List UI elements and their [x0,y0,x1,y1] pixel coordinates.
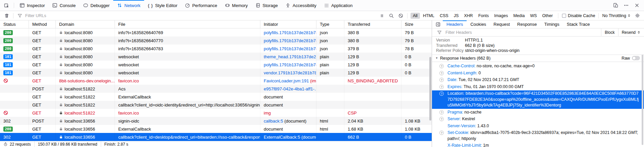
help-icon[interactable]: ? [439,71,444,75]
pause-recording-icon[interactable] [377,13,387,18]
initiator-link[interactable]: polyfills.1791b137de281b787… [264,38,316,43]
help-icon[interactable]: ? [439,78,444,82]
request-row[interactable]: 200GETlocalhost:8080info?t=1635826640783… [0,45,432,53]
block-button[interactable]: Block [601,28,618,36]
pick-element-icon[interactable] [1,0,12,11]
clear-requests-icon[interactable] [2,13,11,18]
size-label: 79 B [405,38,414,43]
resend-button[interactable]: Resend [618,28,644,36]
request-row[interactable]: POSTlocalhost:51822Acse957f897-042e-4ba1… [0,85,432,93]
request-row[interactable]: 200GETlocalhost:33656ExternalCallbackdoc… [0,125,432,133]
initiator-link[interactable]: vendor.1791b137de281b787… [264,70,316,75]
filter-pill-html[interactable]: HTML [421,13,437,19]
filter-urls-input[interactable]: Filter URLs [25,13,46,18]
initiator-link[interactable]: theme_head.1791b137de281… [264,54,316,59]
response-headers-section[interactable]: ▼ Response Headers (662 B) Raw [432,55,644,62]
tab-accessibility[interactable]: Accessibility [282,0,320,11]
header-row[interactable]: ?Location: bitwarden://sso-callback?code… [432,90,644,109]
details-tab-response[interactable]: Response [514,20,541,28]
header-row[interactable]: ?Date: Tue, 02 Nov 2021 04:17:21 GMT [432,77,644,84]
tab-application[interactable]: Application [320,0,356,11]
header-row[interactable]: ?Server: Kestrel [432,116,644,123]
tab-performance[interactable]: Performance [181,0,221,11]
filter-pill-other[interactable]: Other [540,13,555,19]
cell-type: html [316,117,344,125]
tab-network[interactable]: Network [113,0,144,11]
filter-pill-media[interactable]: Media [511,13,527,19]
tab-inspector[interactable]: Inspector [16,0,48,11]
help-icon[interactable]: ? [439,64,444,68]
initiator-link[interactable]: e957f897-042e-4ba1-aff1-… [264,86,316,91]
toggle-panel-icon[interactable] [433,20,443,28]
filter-pill-all[interactable]: All [411,13,420,19]
column-header-transferred[interactable]: Transferred [344,20,401,28]
initiator-link[interactable]: polyfills.1791b137de281b787… [264,62,316,67]
throttling-select[interactable]: No Throttling [600,13,633,18]
column-header-domain[interactable]: Domain [56,20,115,28]
request-list-scrollbar[interactable] [429,57,431,121]
filter-pill-images[interactable]: Images [492,13,510,19]
filter-pill-fonts[interactable]: Fonts [476,13,491,19]
request-row[interactable]: GET8bit-solutions-dev.onelogin.…favicon.… [0,77,432,85]
initiator-link[interactable]: polyfills.1791b137de281b787… [264,30,316,35]
column-header-initiator[interactable]: Initiator [260,20,316,28]
request-row[interactable]: GETlocalhost:51822favicon.icoimgCSP [0,109,432,117]
request-row[interactable]: 101GETlocalhost:8080websocketpolyfills.1… [0,61,432,69]
column-header-type[interactable]: Type [316,20,344,28]
meatball-menu-icon[interactable] [621,3,631,8]
help-icon[interactable]: ? [439,117,444,121]
help-icon[interactable]: ? [439,91,444,96]
help-icon[interactable]: ? [439,110,444,115]
header-row[interactable]: X-Rate-Limit-Limit: 1m [432,142,644,147]
initiator-link[interactable]: callback:5 [264,119,283,124]
details-tab-stack-trace[interactable]: Stack Trace [563,20,594,28]
tab-style-editor[interactable]: { }Style Editor [144,0,181,11]
initiator-link[interactable]: FaviconLoader.jsm:191 [264,78,309,83]
initiator-link[interactable]: polyfills.1791b137de281b787… [264,46,316,51]
header-row[interactable]: ?Content-Length: 0 [432,70,644,77]
request-row[interactable]: 302POSTlocalhost:33656signin-oidccallbac… [0,117,432,125]
filter-pill-xhr[interactable]: XHR [462,13,475,19]
block-requests-icon[interactable] [396,13,405,18]
method-label: GET [32,135,41,140]
panel-scrollbar[interactable] [642,55,643,145]
details-tab-timings[interactable]: Timings [541,20,563,28]
header-row[interactable]: ?Set-Cookie: idsrv=adf6cba1-7075-402b-9e… [432,130,644,142]
header-row[interactable]: Server-Version: 1.43.0 [432,123,644,130]
tab-console[interactable]: Console [48,0,79,11]
column-header-size[interactable]: Size [401,20,432,28]
request-row[interactable]: GETlocalhost:51822callback?client_id=oid… [0,101,432,109]
column-header-status[interactable]: Status [0,20,29,28]
request-row[interactable]: 302GETlocalhost:33656callback?client_id=… [0,133,432,141]
filter-pill-ws[interactable]: WS [528,13,539,19]
request-row[interactable]: 101GETlocalhost:8080websocketvendor.1791… [0,69,432,77]
request-row[interactable]: 101GETlocalhost:8080websockettheme_head.… [0,53,432,61]
request-row[interactable]: GETlocalhost:51822ExternalCallbackdocume… [0,93,432,101]
column-header-file[interactable]: File [115,20,260,28]
disable-cache-label[interactable]: Disable Cache [568,13,595,18]
help-icon[interactable]: ? [439,85,444,89]
tab-memory[interactable]: Memory [221,0,252,11]
request-row[interactable]: 200GETlocalhost:8080info?t=1635826640770… [0,36,432,45]
filter-pill-css[interactable]: CSS [437,13,451,19]
status-badge: 200 [3,127,13,132]
disable-cache-checkbox[interactable] [562,14,566,18]
help-icon[interactable]: ? [439,131,444,135]
filter-headers-input[interactable]: Filter Headers [445,30,472,35]
details-tab-request[interactable]: Request [490,20,513,28]
details-tab-cookies[interactable]: Cookies [467,20,490,28]
search-icon[interactable] [387,13,396,18]
filter-pill-js[interactable]: JS [452,13,461,19]
network-settings-gear-icon[interactable] [633,13,642,18]
details-tab-headers[interactable]: Headers [443,20,467,28]
raw-toggle[interactable] [632,56,640,60]
close-icon[interactable] [632,3,642,8]
header-row[interactable]: ?Cache-Control: no-store, no-cache, max-… [432,63,644,70]
request-row[interactable]: 200GETlocalhost:8080info?t=1635826640769… [0,28,432,36]
tab-storage[interactable]: Storage [252,0,282,11]
header-row[interactable]: ?Expires: Thu, 01 Jan 1970 00:00:00 GMT [432,83,644,90]
tab-debugger[interactable]: Debugger [79,0,113,11]
column-header-method[interactable]: Method [29,20,56,28]
header-row[interactable]: ?Pragma: no-cache [432,109,644,116]
responsive-design-mode-icon[interactable] [610,3,620,8]
